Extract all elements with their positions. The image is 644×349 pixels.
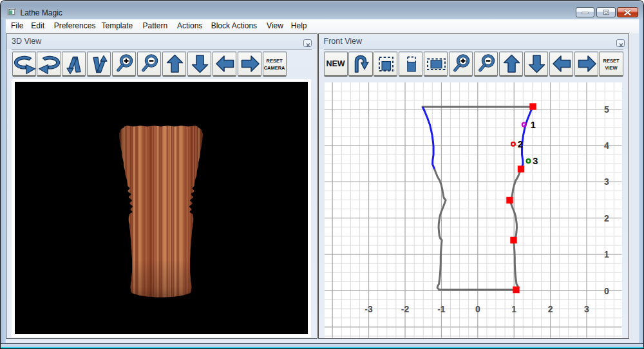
svg-text:0: 0 — [604, 286, 609, 296]
svg-text:1: 1 — [604, 249, 609, 259]
svg-text:-2: -2 — [401, 304, 410, 314]
svg-text:2: 2 — [604, 213, 609, 223]
svg-text:1: 1 — [531, 120, 536, 130]
svg-text:1: 1 — [511, 304, 516, 314]
svg-text:4: 4 — [604, 140, 609, 151]
svg-text:5: 5 — [604, 104, 609, 115]
svg-text:3: 3 — [533, 156, 538, 166]
svg-text:3: 3 — [584, 304, 589, 314]
svg-text:2: 2 — [548, 304, 553, 314]
svg-text:3: 3 — [604, 176, 609, 187]
svg-text:2: 2 — [518, 139, 523, 149]
svg-text:0: 0 — [475, 304, 480, 314]
svg-text:-3: -3 — [365, 304, 373, 314]
svg-text:-1: -1 — [437, 304, 446, 314]
